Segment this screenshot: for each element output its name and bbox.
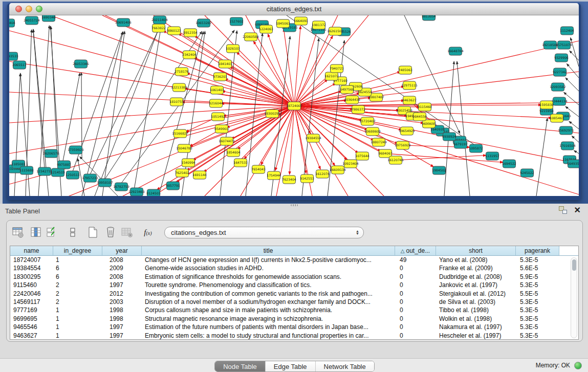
network-node[interactable]: 26053346 (73, 60, 89, 68)
network-node[interactable]: 1981372 (312, 21, 326, 29)
table-row[interactable]: 1938455462009Genome-wide association stu… (10, 264, 578, 272)
table-cell-title[interactable]: Estimation of significance thresholds fo… (142, 273, 395, 281)
table-cell-title[interactable]: Investigating the contribution of common… (142, 290, 395, 298)
column-header-year[interactable]: year (102, 246, 142, 256)
network-node[interactable]: 1061403 (210, 86, 224, 94)
table-cell-year[interactable]: 1997 (102, 281, 142, 289)
table-cell-in_degree[interactable]: 1 (53, 256, 102, 264)
row-stack-icon[interactable] (66, 226, 79, 239)
table-options-icon[interactable] (11, 226, 25, 239)
tab-edge-table[interactable]: Edge Table (266, 361, 316, 371)
table-cell-title[interactable]: Embryonic stem cells: a model to study s… (142, 332, 395, 340)
network-node[interactable]: 1984502 (432, 166, 446, 174)
network-node[interactable]: 9329906 (554, 54, 569, 62)
table-cell-name[interactable]: 18724007 (10, 256, 53, 264)
table-cell-title[interactable]: Structural magnetic resonance image aver… (142, 315, 395, 323)
network-node[interactable]: 1612074 (315, 170, 330, 178)
table-row[interactable]: 969969511998Structural magnetic resonanc… (10, 315, 578, 323)
network-node[interactable]: 1810755 (169, 98, 184, 106)
network-node[interactable]: 20211404 (151, 16, 168, 24)
network-node[interactable]: 1691144 (192, 171, 207, 179)
table-cell-out_de[interactable]: 0 (395, 306, 436, 314)
table-cell-name[interactable]: 9463627 (10, 332, 53, 340)
close-window-icon[interactable] (15, 6, 22, 12)
network-node[interactable]: 15046788 (176, 144, 192, 152)
table-cell-short[interactable]: de Silva et al. (2003) (436, 298, 516, 306)
network-node[interactable]: 7663822 (151, 24, 166, 32)
table-cell-year[interactable]: 1998 (102, 315, 142, 323)
network-node[interactable]: 2065517 (12, 61, 27, 69)
table-cell-short[interactable]: Jankovic et al. (1997) (436, 281, 516, 289)
table-row[interactable]: 1872400712008Changes of HCN gene express… (10, 256, 578, 264)
apply-checks-icon[interactable] (45, 226, 58, 239)
network-node[interactable]: 1075644 (355, 152, 369, 160)
table-cell-out_de[interactable]: 0 (395, 290, 436, 298)
network-node[interactable]: 1841403 (218, 60, 232, 68)
network-node[interactable]: 10923404 (342, 160, 359, 168)
network-node[interactable]: 9463627 (402, 96, 417, 104)
table-cell-year[interactable]: 2012 (102, 290, 142, 298)
column-header-name[interactable]: name (10, 246, 53, 256)
function-builder-icon[interactable]: f(x) (140, 226, 156, 239)
table-cell-in_degree[interactable]: 1 (53, 332, 102, 340)
column-header-in_degree[interactable]: in_degree (53, 246, 102, 256)
column-header-short[interactable]: short (436, 246, 516, 256)
table-cell-in_degree[interactable]: 1 (53, 306, 102, 314)
table-cell-out_de[interactable]: 0 (395, 273, 436, 281)
column-header-pagerank[interactable]: pagerank (516, 246, 559, 256)
table-row[interactable]: 946362711997Embryonic stem cells: a mode… (10, 332, 578, 340)
table-row[interactable]: 1456911722003Disruption of a novel membe… (10, 298, 578, 306)
table-cell-name[interactable]: 14569117 (10, 298, 53, 306)
network-node[interactable]: 2342404 (182, 51, 197, 59)
network-node[interactable]: 8549903 (214, 125, 229, 133)
network-node[interactable]: 9227342 (553, 68, 567, 76)
table-cell-short[interactable]: Tibbo et al. (1998) (436, 306, 516, 314)
network-node[interactable]: 7986372 (351, 105, 365, 114)
table-cell-in_degree[interactable]: 1 (53, 315, 102, 323)
table-cell-pagerank[interactable]: 5.3E-5 (516, 281, 559, 289)
network-node[interactable]: 1664091 (294, 17, 308, 25)
network-node[interactable]: 1854604 (226, 148, 241, 157)
table-cell-title[interactable]: Genome-wide association studies in ADHD. (142, 264, 395, 272)
table-cell-name[interactable]: 9115460 (10, 281, 53, 289)
network-node[interactable]: 16261503 (327, 27, 343, 35)
network-selector[interactable]: citations_edges.txt ▲▼ (164, 227, 364, 238)
network-node[interactable]: 17359928 (68, 146, 84, 154)
network-node[interactable]: 1115688 (19, 166, 34, 174)
network-node[interactable]: 15720407 (359, 117, 376, 125)
network-node[interactable]: 17957233 (82, 174, 98, 182)
network-node[interactable]: 12444134 (551, 97, 568, 105)
table-cell-year[interactable]: 2008 (102, 273, 142, 281)
table-cell-short[interactable]: Wolkin et al. (1998) (436, 315, 516, 323)
network-node[interactable]: 1595838 (539, 101, 554, 109)
network-node[interactable]: 1051492 (211, 113, 225, 121)
table-cell-short[interactable]: Franke et al. (2009) (436, 264, 516, 272)
table-cell-out_de[interactable]: 0 (395, 264, 436, 272)
network-node[interactable]: 19654923 (399, 127, 415, 135)
network-node[interactable]: 7625402 (175, 169, 189, 177)
network-node[interactable]: 9736203 (213, 73, 227, 81)
network-node[interactable]: 20364436 (344, 96, 360, 104)
network-node[interactable]: 8813054 (422, 15, 436, 20)
network-node[interactable]: 16074473 (219, 137, 235, 145)
network-node[interactable]: 12923468 (128, 188, 145, 196)
network-node[interactable]: 10653287 (195, 19, 212, 27)
table-cell-year[interactable]: 1997 (102, 332, 142, 340)
network-node[interactable]: 19756928 (395, 141, 411, 149)
network-node[interactable]: 22060584 (243, 33, 259, 41)
network-node[interactable]: 1095872 (469, 144, 483, 152)
table-cell-short[interactable]: Yano et al. (2008) (436, 256, 516, 264)
table-cell-short[interactable]: Dudbridge et al. (2008) (436, 273, 516, 281)
table-cell-short[interactable]: Stergiakouli et al. (2012) (436, 290, 516, 298)
table-cell-pagerank[interactable]: 5.3E-5 (516, 306, 559, 314)
column-header-title[interactable]: title (142, 246, 395, 256)
network-node[interactable]: 7654043 (251, 165, 266, 173)
minimize-window-icon[interactable] (26, 6, 32, 12)
network-node[interactable]: 15166827 (172, 129, 188, 138)
network-node[interactable]: 1026103 (226, 45, 240, 53)
table-cell-name[interactable]: 9777169 (10, 306, 53, 314)
table-cell-pagerank[interactable]: 5.5E-5 (516, 290, 559, 298)
network-node[interactable]: 6679197 (453, 140, 468, 148)
table-row[interactable]: 977716911998Corpus callosum shape and si… (10, 306, 578, 314)
table-cell-in_degree[interactable]: 6 (53, 264, 102, 272)
